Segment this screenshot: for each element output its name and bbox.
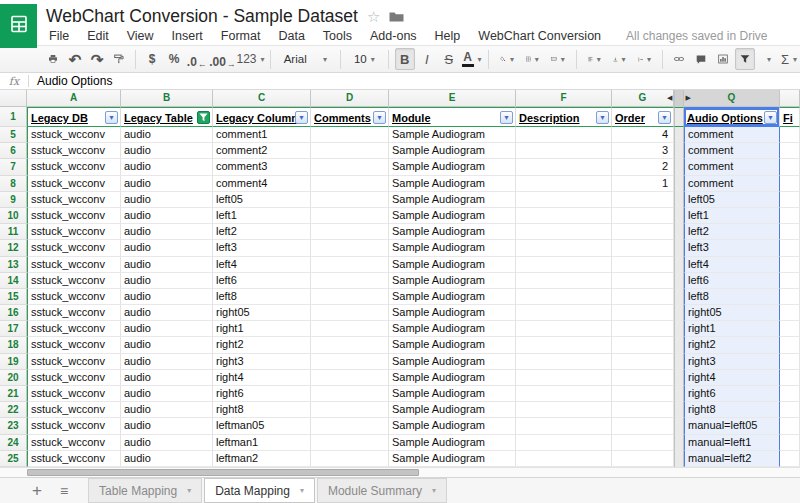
cell-clipped11[interactable] xyxy=(780,224,800,240)
cell-E21[interactable]: Sample Audiogram xyxy=(389,386,516,402)
undo-button[interactable]: ↶ xyxy=(65,48,85,70)
cell-B14[interactable]: audio xyxy=(121,273,213,289)
cell-G22[interactable] xyxy=(612,402,674,418)
sheet-tab-data-mapping[interactable]: Data Mapping ▾ xyxy=(204,478,315,503)
cell-E6[interactable]: Sample Audiogram xyxy=(389,143,516,159)
cell-clipped22[interactable] xyxy=(780,402,800,418)
cell-G15[interactable] xyxy=(612,289,674,305)
cell-C7[interactable]: comment3 xyxy=(213,159,311,175)
cell-B25[interactable]: audio xyxy=(121,451,213,467)
cell-clipped24[interactable] xyxy=(780,435,800,451)
insert-comment-button[interactable] xyxy=(691,48,711,70)
doc-title[interactable]: WebChart Conversion - Sample Dataset xyxy=(46,6,358,27)
menu-item-webchart-conversion[interactable]: WebChart Conversion xyxy=(469,29,610,43)
cell-E15[interactable]: Sample Audiogram xyxy=(389,289,516,305)
cell-D9[interactable] xyxy=(311,192,389,208)
header-cell-G[interactable]: Order▼ xyxy=(612,107,674,127)
cell-G17[interactable] xyxy=(612,321,674,337)
font-size-select[interactable]: 10▾ xyxy=(348,48,381,70)
filter-dropdown-button[interactable]: ▼ xyxy=(658,111,671,124)
cell-D5[interactable] xyxy=(311,127,389,143)
cell-clipped16[interactable] xyxy=(780,305,800,321)
cell-E25[interactable]: Sample Audiogram xyxy=(389,451,516,467)
cell-Q9[interactable]: left05 xyxy=(684,192,780,208)
cell-D16[interactable] xyxy=(311,305,389,321)
percent-format-button[interactable]: % xyxy=(164,48,184,70)
row-header-21[interactable]: 21 xyxy=(0,386,27,402)
filter-dropdown-button[interactable]: ▼ xyxy=(500,111,513,124)
cell-B8[interactable]: audio xyxy=(121,176,213,192)
cell-E12[interactable]: Sample Audiogram xyxy=(389,240,516,256)
cell-D18[interactable] xyxy=(311,337,389,353)
column-header-A[interactable]: A xyxy=(27,90,121,107)
cell-Q13[interactable]: left4 xyxy=(684,257,780,273)
cell-D24[interactable] xyxy=(311,435,389,451)
merge-cells-button[interactable]: ▾ xyxy=(546,48,570,70)
cell-Q11[interactable]: left2 xyxy=(684,224,780,240)
column-header-clipped[interactable] xyxy=(780,90,800,107)
cell-A7[interactable]: sstuck_wcconv xyxy=(27,159,121,175)
cell-clipped13[interactable] xyxy=(780,257,800,273)
fill-color-button[interactable]: ▾ xyxy=(495,48,518,70)
all-sheets-button[interactable]: ≡ xyxy=(50,484,78,498)
cell-E23[interactable]: Sample Audiogram xyxy=(389,418,516,434)
row-header-5[interactable]: 5 xyxy=(0,127,27,143)
vertical-align-button[interactable]: ▾ xyxy=(608,48,631,70)
cell-B6[interactable]: audio xyxy=(121,143,213,159)
cell-B15[interactable]: audio xyxy=(121,289,213,305)
cell-F19[interactable] xyxy=(516,354,612,370)
cell-F17[interactable] xyxy=(516,321,612,337)
cell-D25[interactable] xyxy=(311,451,389,467)
cell-G12[interactable] xyxy=(612,240,674,256)
decrease-decimal-button[interactable]: .0← xyxy=(186,48,208,70)
cell-F23[interactable] xyxy=(516,418,612,434)
row-header-16[interactable]: 16 xyxy=(0,305,27,321)
header-cell-B[interactable]: Legacy Table xyxy=(121,107,213,127)
cell-A21[interactable]: sstuck_wcconv xyxy=(27,386,121,402)
filter-dropdown-button[interactable]: ▼ xyxy=(105,111,118,124)
cell-A5[interactable]: sstuck_wcconv xyxy=(27,127,121,143)
menu-item-tools[interactable]: Tools xyxy=(314,29,361,43)
cell-C18[interactable]: right2 xyxy=(213,337,311,353)
increase-decimal-button[interactable]: .00→ xyxy=(210,48,236,70)
cell-F6[interactable] xyxy=(516,143,612,159)
cell-A9[interactable]: sstuck_wcconv xyxy=(27,192,121,208)
cell-C24[interactable]: leftman1 xyxy=(213,435,311,451)
cell-E22[interactable]: Sample Audiogram xyxy=(389,402,516,418)
text-rotation-button[interactable]: ▾ xyxy=(633,48,656,70)
horizontal-align-button[interactable]: ▾ xyxy=(583,48,606,70)
cell-Q20[interactable]: right4 xyxy=(684,370,780,386)
cell-A12[interactable]: sstuck_wcconv xyxy=(27,240,121,256)
bold-button[interactable]: B xyxy=(395,48,415,70)
cell-C9[interactable]: left05 xyxy=(213,192,311,208)
column-header-F[interactable]: F xyxy=(516,90,612,107)
header-cell-clipped[interactable]: Fi xyxy=(780,107,800,127)
cell-G10[interactable] xyxy=(612,208,674,224)
cell-B13[interactable]: audio xyxy=(121,257,213,273)
number-format-button[interactable]: 123▾ xyxy=(237,48,263,70)
cell-D19[interactable] xyxy=(311,354,389,370)
folder-icon[interactable] xyxy=(389,11,404,23)
cell-clipped9[interactable] xyxy=(780,192,800,208)
cell-Q18[interactable]: right2 xyxy=(684,337,780,353)
filter-dropdown-button[interactable]: ▼ xyxy=(295,111,308,124)
cell-F8[interactable] xyxy=(516,176,612,192)
borders-button[interactable]: ▾ xyxy=(521,48,544,70)
cell-A10[interactable]: sstuck_wcconv xyxy=(27,208,121,224)
sheet-tab-module-summary[interactable]: Module Summary ▾ xyxy=(317,478,447,503)
cell-clipped20[interactable] xyxy=(780,370,800,386)
cell-B12[interactable]: audio xyxy=(121,240,213,256)
row-header-18[interactable]: 18 xyxy=(0,337,27,353)
cell-Q23[interactable]: manual=left05 xyxy=(684,418,780,434)
cell-C14[interactable]: left6 xyxy=(213,273,311,289)
active-filter-button[interactable] xyxy=(197,111,210,124)
cell-F25[interactable] xyxy=(516,451,612,467)
menu-item-file[interactable]: File xyxy=(40,29,78,43)
cell-Q19[interactable]: right3 xyxy=(684,354,780,370)
cell-D12[interactable] xyxy=(311,240,389,256)
cell-G11[interactable] xyxy=(612,224,674,240)
cell-Q21[interactable]: right6 xyxy=(684,386,780,402)
cell-C17[interactable]: right1 xyxy=(213,321,311,337)
cell-B22[interactable]: audio xyxy=(121,402,213,418)
cell-C10[interactable]: left1 xyxy=(213,208,311,224)
